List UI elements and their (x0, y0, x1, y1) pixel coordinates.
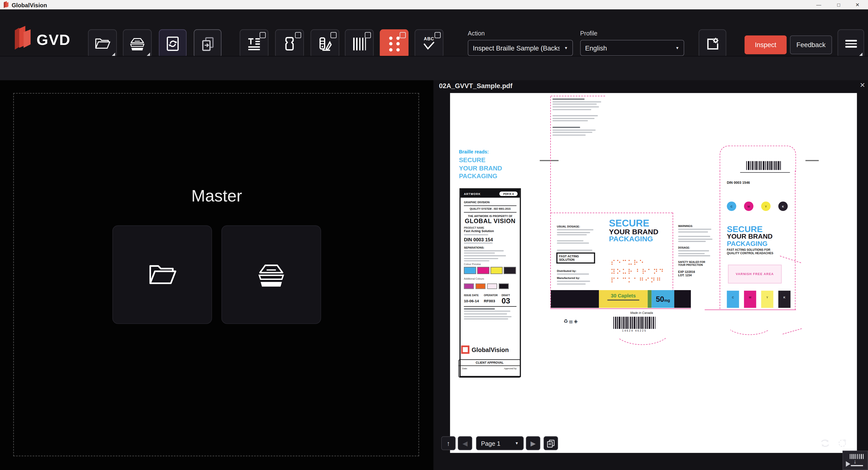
master-open-file-card[interactable] (113, 225, 212, 324)
din-number: DIN 0003 154 (464, 237, 517, 243)
cmyk-bar-y: Y (761, 291, 773, 308)
band-dose: 50 mg (651, 290, 674, 308)
braille-reads-text: SECURE YOUR BRAND PACKAGING (459, 156, 502, 180)
globalvision-square-icon (461, 345, 469, 354)
braille-dots-text: ⠎⠑⠉⠥⠗⠑ ⠽⠕⠥⠗ ⠃⠗⠁⠝⠙ ⠏⠁⠉⠅⠁⠛⠊⠝⠛ (611, 258, 664, 285)
redacted-text-block (553, 99, 606, 137)
barcode-tool-flyout[interactable]: ↓ (842, 450, 868, 470)
caplets-text: 30 Caplets (599, 293, 648, 299)
front-headline: SECURE YOUR BRAND PACKAGING (609, 219, 676, 243)
profile-dropdown[interactable]: English ▼ (580, 40, 684, 56)
text-inspection-button[interactable] (240, 29, 269, 58)
page-select-dropdown[interactable]: Page 1 ▼ (476, 436, 524, 450)
side-headline: SECURE YOUR BRAND PACKAGING FAST ACTING … (727, 225, 794, 255)
swap-master-sample-button[interactable] (817, 436, 832, 450)
company-name: GLOBAL VISION (464, 217, 517, 224)
diecut-line (550, 96, 551, 308)
pdfx-badge: PDF/X 4 (499, 191, 518, 196)
cmyk-bar-k: K (778, 291, 790, 308)
pdf-page[interactable]: Braille reads: SECURE YOUR BRAND PACKAGI… (450, 93, 857, 453)
issue-date-value: 10-06-14 (464, 299, 484, 303)
menu-button[interactable] (838, 29, 864, 58)
additional-colours-label: Additional Colours (464, 278, 517, 281)
spellcheck-icon: ABC (422, 37, 436, 51)
band-green-sliver (648, 290, 651, 308)
band-black-left (551, 290, 599, 308)
export-settings-button[interactable] (699, 29, 726, 58)
mode-checkbox[interactable] (434, 32, 440, 38)
cmyk-bar-m: M (744, 291, 756, 308)
sync-arrows-icon (819, 438, 830, 448)
action-dropdown[interactable]: Inspect Braille Sample (Backsi ▼ (468, 40, 573, 56)
distributor-block: Distributed by: Manufactured by: (557, 269, 600, 286)
chevron-down-icon: ▼ (675, 46, 679, 50)
feedback-button[interactable]: Feedback (790, 35, 832, 54)
rule-line (740, 172, 790, 173)
braille-inspection-button[interactable] (380, 29, 408, 58)
spellcheck-inspection-button[interactable]: ABC (414, 29, 443, 58)
close-pdf-icon[interactable]: ✕ (860, 81, 865, 89)
maximize-button[interactable]: □ (829, 0, 848, 9)
manufactured-label: Manufactured by: (557, 276, 600, 280)
product-name: Fast Acting Solution (464, 229, 517, 233)
cmyk-dot-k: K (778, 201, 788, 211)
client-approval-box: CLIENT APPROVAL Date: Approved by: (458, 359, 521, 377)
copy-pages-icon (200, 36, 215, 52)
top-barcode (746, 161, 782, 170)
profile-value: English (585, 44, 607, 52)
additional-swatches (464, 281, 517, 291)
app-window: GlobalVision — □ ✕ GVD (0, 0, 868, 470)
mode-checkbox[interactable] (331, 32, 337, 38)
export-gear-icon (705, 36, 720, 52)
mode-checkbox[interactable] (260, 32, 266, 38)
cmyk-dot-m: M (744, 201, 753, 211)
mode-checkbox[interactable] (365, 32, 371, 38)
master-scan-card[interactable] (221, 225, 321, 324)
cmyk-dot-y: Y (761, 201, 771, 211)
registration-line (540, 160, 559, 161)
diecut-line (550, 308, 691, 309)
all-pages-button[interactable] (544, 436, 558, 450)
diecut-flap (725, 310, 774, 335)
open-file-button[interactable] (88, 29, 117, 58)
varnish-free-box: VARNISH FREE AREA (728, 264, 782, 284)
copy-settings-button[interactable] (194, 29, 221, 58)
globalvision-logo-icon (3, 1, 9, 8)
minimize-button[interactable]: — (809, 0, 828, 9)
master-drop-area[interactable] (13, 93, 419, 456)
prev-page-button[interactable]: ◀ (458, 436, 472, 450)
braille-icon (389, 36, 399, 51)
band-black-right (674, 290, 691, 308)
first-page-button[interactable]: ↑ (441, 436, 456, 450)
chevron-down-icon: ▼ (564, 46, 568, 50)
client-line: GRAPHIC DIVISION (464, 200, 517, 204)
master-panel: Master (0, 81, 434, 470)
close-button[interactable]: ✕ (848, 0, 867, 9)
color-swatch-icon (317, 36, 333, 52)
dosage-panel: USUAL DOSAGE: (557, 225, 600, 252)
rotate-page-button[interactable] (835, 436, 849, 450)
hamburger-icon (845, 38, 857, 50)
scanner-icon (255, 261, 287, 288)
inspect-button[interactable]: Inspect (744, 35, 786, 54)
app-logo-text: GVD (37, 32, 71, 49)
graphics-inspection-button[interactable] (275, 29, 304, 58)
master-title: Master (0, 187, 434, 206)
packaging-symbols: ♻▤◈ (564, 318, 579, 324)
mode-checkbox[interactable] (400, 32, 406, 38)
scan-button[interactable] (123, 29, 152, 58)
mode-checkbox[interactable] (295, 32, 301, 38)
next-page-button[interactable]: ▶ (526, 436, 540, 450)
diecut-line (720, 170, 720, 309)
barcode-inspection-button[interactable] (345, 29, 374, 58)
colour-preview-label: Colour Preview (464, 263, 517, 266)
pages-icon (547, 439, 555, 447)
color-inspection-button[interactable] (310, 29, 339, 58)
diecut-line (551, 213, 673, 213)
band-caplets: 30 Caplets (599, 290, 648, 308)
gvd-logo-icon (12, 25, 33, 52)
quality-line: QUALITY SYSTEM - ISO 9001:2015 (464, 207, 517, 211)
repeat-inspection-button[interactable] (159, 29, 187, 58)
play-icon[interactable] (846, 461, 850, 467)
artwork-header: ARTWORK PDF/X 4 (461, 189, 520, 198)
